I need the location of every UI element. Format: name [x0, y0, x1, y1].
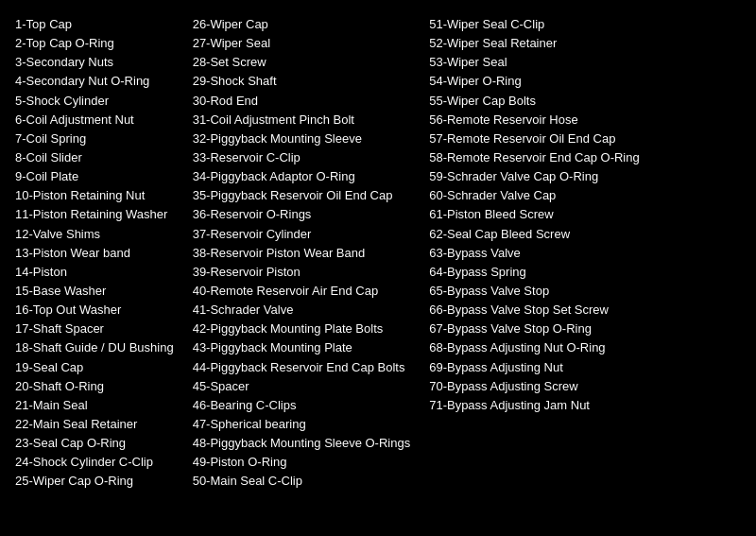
list-item: 60-Schrader Valve Cap	[429, 186, 640, 205]
list-item: 25-Wiper Cap O-Ring	[15, 472, 174, 491]
list-item: 13-Piston Wear band	[15, 244, 174, 263]
list-item: 45-Spacer	[193, 377, 411, 396]
list-item: 62-Seal Cap Bleed Screw	[429, 225, 640, 244]
list-item: 49-Piston O-Ring	[193, 453, 411, 472]
list-item: 42-Piggyback Mounting Plate Bolts	[193, 320, 411, 338]
list-item: 53-Wiper Seal	[429, 53, 640, 72]
list-item: 16-Top Out Washer	[15, 301, 174, 320]
list-item: 64-Bypass Spring	[429, 263, 640, 282]
list-item: 6-Coil Adjustment Nut	[15, 111, 174, 130]
list-item: 23-Seal Cap O-Ring	[15, 434, 174, 453]
list-item: 33-Reservoir C-Clip	[193, 148, 411, 167]
list-item: 4-Secondary Nut O-Ring	[15, 72, 174, 91]
list-item: 68-Bypass Adjusting Nut O-Ring	[429, 338, 640, 357]
list-item: 22-Main Seal Retainer	[15, 415, 174, 434]
list-item: 70-Bypass Adjusting Screw	[429, 377, 640, 396]
list-item: 14-Piston	[15, 263, 174, 282]
list-item: 58-Remote Reservoir End Cap O-Ring	[429, 148, 640, 167]
list-item: 47-Spherical bearing	[193, 415, 411, 434]
list-item: 31-Coil Adjustment Pinch Bolt	[193, 111, 411, 130]
list-item: 39-Reservoir Piston	[193, 263, 411, 282]
list-item: 5-Shock Cylinder	[15, 92, 174, 111]
list-item: 63-Bypass Valve	[429, 244, 640, 263]
list-item: 71-Bypass Adjusting Jam Nut	[429, 396, 640, 415]
list-item: 46-Bearing C-Clips	[193, 396, 411, 415]
list-item: 26-Wiper Cap	[193, 15, 411, 34]
list-item: 34-Piggyback Adaptor O-Ring	[193, 167, 411, 186]
list-item: 21-Main Seal	[15, 396, 174, 415]
parts-list: 1-Top Cap2-Top Cap O-Ring3-Secondary Nut…	[15, 15, 741, 492]
list-item: 2-Top Cap O-Ring	[15, 34, 174, 53]
list-item: 61-Piston Bleed Screw	[429, 205, 640, 224]
list-item: 29-Shock Shaft	[193, 72, 411, 91]
list-item: 43-Piggyback Mounting Plate	[193, 338, 411, 357]
list-item: 69-Bypass Adjusting Nut	[429, 358, 640, 377]
list-item: 30-Rod End	[193, 92, 411, 111]
list-item: 55-Wiper Cap Bolts	[429, 92, 640, 111]
list-item: 20-Shaft O-Ring	[15, 377, 174, 396]
column-2: 26-Wiper Cap27-Wiper Seal28-Set Screw29-…	[193, 15, 430, 492]
list-item: 17-Shaft Spacer	[15, 320, 174, 338]
list-item: 28-Set Screw	[193, 53, 411, 72]
list-item: 3-Secondary Nuts	[15, 53, 174, 72]
list-item: 44-Piggyback Reservoir End Cap Bolts	[193, 358, 411, 377]
list-item: 37-Reservoir Cylinder	[193, 225, 411, 244]
list-item: 27-Wiper Seal	[193, 34, 411, 53]
list-item: 56-Remote Reservoir Hose	[429, 111, 640, 130]
list-item: 51-Wiper Seal C-Clip	[429, 15, 640, 34]
list-item: 48-Piggyback Mounting Sleeve O-Rings	[193, 434, 411, 453]
list-item: 38-Reservoir Piston Wear Band	[193, 244, 411, 263]
list-item: 1-Top Cap	[15, 15, 174, 34]
list-item: 41-Schrader Valve	[193, 301, 411, 320]
list-item: 67-Bypass Valve Stop O-Ring	[429, 320, 640, 338]
list-item: 11-Piston Retaining Washer	[15, 205, 174, 224]
list-item: 15-Base Washer	[15, 282, 174, 301]
list-item: 18-Shaft Guide / DU Bushing	[15, 338, 174, 357]
list-item: 35-Piggyback Reservoir Oil End Cap	[193, 186, 411, 205]
list-item: 52-Wiper Seal Retainer	[429, 34, 640, 53]
list-item: 19-Seal Cap	[15, 358, 174, 377]
list-item: 59-Schrader Valve Cap O-Ring	[429, 167, 640, 186]
column-1: 1-Top Cap2-Top Cap O-Ring3-Secondary Nut…	[15, 15, 193, 492]
list-item: 10-Piston Retaining Nut	[15, 186, 174, 205]
column-3: 51-Wiper Seal C-Clip52-Wiper Seal Retain…	[429, 15, 640, 415]
list-item: 40-Remote Reservoir Air End Cap	[193, 282, 411, 301]
list-item: 24-Shock Cylinder C-Clip	[15, 453, 174, 472]
list-item: 9-Coil Plate	[15, 167, 174, 186]
list-item: 54-Wiper O-Ring	[429, 72, 640, 91]
list-item: 50-Main Seal C-Clip	[193, 472, 411, 491]
list-item: 12-Valve Shims	[15, 225, 174, 244]
list-item: 8-Coil Slider	[15, 148, 174, 167]
list-item: 65-Bypass Valve Stop	[429, 282, 640, 301]
list-item: 66-Bypass Valve Stop Set Screw	[429, 301, 640, 320]
list-item: 57-Remote Reservoir Oil End Cap	[429, 130, 640, 148]
list-item: 36-Reservoir O-Rings	[193, 205, 411, 224]
list-item: 32-Piggyback Mounting Sleeve	[193, 130, 411, 148]
list-item: 7-Coil Spring	[15, 130, 174, 148]
